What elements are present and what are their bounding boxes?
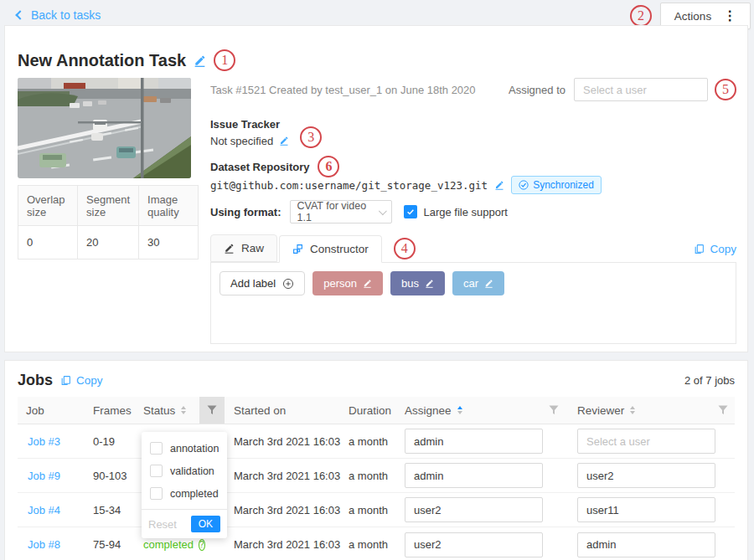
jobs-header: Jobs Copy 2 of 7 jobs (5, 361, 747, 397)
question-circle-icon[interactable]: ? (199, 539, 205, 551)
jobs-count: 2 of 7 jobs (684, 374, 735, 387)
column-job-label: Job (26, 404, 44, 417)
filter-ok-button[interactable]: OK (191, 516, 220, 532)
edit-label-icon[interactable] (484, 279, 493, 288)
checkbox-unchecked-icon[interactable] (150, 487, 163, 500)
reviewer-filter-button[interactable] (709, 397, 736, 424)
filter-option-validation[interactable]: validation (142, 460, 227, 482)
column-status-label: Status (143, 404, 175, 417)
callout-2: 2 (630, 5, 652, 27)
add-label-button[interactable]: Add label (219, 271, 305, 295)
assignee-cell (400, 463, 541, 488)
job-link[interactable]: Job #9 (18, 470, 93, 482)
job-link[interactable]: Job #4 (18, 504, 93, 516)
filter-option-annotation[interactable]: annotation (142, 437, 227, 460)
started-cell: March 3rd 2021 16:03 (225, 504, 344, 516)
back-to-tasks-label: Back to tasks (31, 8, 101, 22)
format-row: Using format: CVAT for video 1.1 Large f… (210, 200, 736, 223)
label-bus-name: bus (401, 277, 419, 290)
task-preview-image (18, 78, 191, 178)
column-assignee-label: Assignee (405, 404, 452, 417)
tab-raw-label: Raw (241, 242, 264, 254)
label-chip-person[interactable]: person (312, 271, 383, 295)
assignee-input[interactable] (405, 463, 543, 488)
status-sorter-icon[interactable] (181, 406, 186, 414)
sync-status-badge[interactable]: Synchronized (511, 176, 602, 194)
assignee-sorter-icon[interactable] (457, 406, 462, 414)
filter-reset-button[interactable]: Reset (148, 518, 177, 531)
format-select[interactable]: CVAT for video 1.1 (290, 200, 392, 223)
large-file-label: Large file support (424, 206, 508, 218)
column-header-duration: Duration (344, 397, 400, 424)
jobs-table-header: Job Frames Status Started on Duration (18, 397, 735, 424)
filter-option-label: validation (170, 465, 214, 477)
label-person-name: person (323, 277, 357, 290)
assignee-filter-button[interactable] (541, 397, 566, 424)
column-header-status[interactable]: Status (139, 397, 199, 424)
tab-constructor[interactable]: Constructor (279, 235, 382, 263)
assignee-cell (400, 532, 541, 557)
assigned-to-input[interactable] (574, 78, 708, 101)
frames-cell: 15-34 (93, 504, 139, 516)
repository-url[interactable]: git@github.com:username/git_storage_v123… (210, 179, 488, 192)
label-chip-bus[interactable]: bus (390, 271, 445, 295)
edit-label-icon[interactable] (425, 279, 434, 288)
jobs-copy-button[interactable]: Copy (60, 374, 103, 387)
callout-3: 3 (300, 126, 322, 148)
assignee-input[interactable] (405, 429, 543, 454)
pencil-icon (224, 243, 235, 254)
checkbox-unchecked-icon[interactable] (150, 465, 163, 477)
copy-icon (60, 375, 71, 386)
reviewer-input[interactable] (577, 429, 715, 454)
chevron-left-icon (15, 10, 24, 19)
callout-6: 6 (318, 156, 339, 177)
tab-raw[interactable]: Raw (210, 234, 277, 262)
filter-option-label: annotation (170, 443, 219, 455)
status-completed-label: completed (143, 538, 194, 551)
edit-repository-icon[interactable] (494, 180, 504, 190)
assigned-to-label: Assigned to (509, 84, 566, 96)
page: Back to tasks 2 Actions ⋮ New Annotation… (0, 0, 754, 560)
started-cell: March 3rd 2021 16:03 (225, 538, 344, 551)
filter-option-completed[interactable]: completed (142, 482, 227, 505)
sync-status-label: Synchronized (533, 179, 594, 191)
job-link[interactable]: Job #3 (18, 435, 93, 448)
duration-cell: a month (344, 470, 400, 482)
column-header-frames: Frames (93, 397, 139, 424)
traffic-scene-illustration (18, 78, 191, 178)
reviewer-input[interactable] (577, 463, 715, 488)
jobs-card: Jobs Copy 2 of 7 jobs Job Frames Status (4, 360, 748, 560)
column-duration-label: Duration (349, 404, 391, 417)
labels-copy-button[interactable]: Copy (694, 243, 736, 262)
task-title-row: New Annotation Task 1 (18, 49, 235, 71)
repository-label-text: Dataset Repository (210, 161, 309, 173)
assignee-input[interactable] (405, 497, 543, 522)
reviewer-input[interactable] (577, 497, 715, 522)
job-link[interactable]: Job #8 (18, 538, 93, 551)
column-header-assignee[interactable]: Assignee (400, 397, 541, 424)
edit-issue-tracker-icon[interactable] (279, 136, 289, 146)
back-to-tasks-link[interactable]: Back to tasks (17, 8, 101, 22)
checkbox-checked-icon[interactable] (404, 205, 417, 218)
table-row: Job #9 90-103 March 3rd 2021 16:03 a mon… (18, 459, 735, 493)
large-file-checkbox-wrap[interactable]: Large file support (404, 205, 508, 218)
param-value-segment: 20 (78, 226, 139, 259)
column-header-reviewer[interactable]: Reviewer (566, 397, 709, 424)
param-value-overlap: 0 (18, 226, 78, 259)
assignee-input[interactable] (405, 532, 543, 557)
label-chip-car[interactable]: car (452, 271, 504, 295)
reviewer-sorter-icon[interactable] (630, 406, 635, 414)
labels-tabs-bar: Raw Constructor 4 Copy (210, 234, 736, 263)
edit-label-icon[interactable] (363, 279, 372, 288)
reviewer-input[interactable] (577, 532, 715, 557)
column-header-started: Started on (225, 397, 344, 424)
repository-value-row: git@github.com:username/git_storage_v123… (210, 176, 736, 194)
callout-4: 4 (394, 238, 416, 259)
task-parameters-table: Overlap size Segment size Image quality … (18, 185, 199, 259)
duration-cell: a month (344, 504, 400, 516)
task-meta-row: Task #1521 Created by test_user_1 on Jun… (210, 78, 736, 101)
status-filter-button[interactable] (199, 397, 225, 424)
checkbox-unchecked-icon[interactable] (150, 442, 163, 455)
actions-label: Actions (674, 10, 711, 23)
edit-title-icon[interactable] (194, 54, 207, 67)
